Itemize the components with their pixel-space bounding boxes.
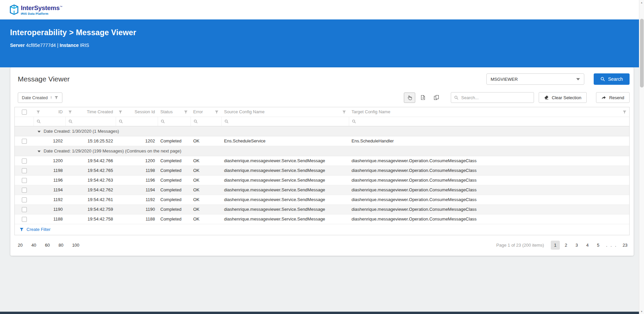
cell-source-config: diashenrique.messageviewer.Service.SendM… <box>221 185 349 195</box>
header-filter-icon-session-id[interactable] <box>118 110 122 114</box>
column-header-session-id[interactable]: Session Id <box>135 109 155 114</box>
page-button[interactable]: 3 <box>572 241 581 250</box>
header-filter-icon-time-created[interactable] <box>68 110 72 114</box>
page-button[interactable]: 1 <box>551 241 560 250</box>
message-viewer-card: Message Viewer MSGVIEWER Search Date Cre… <box>10 67 634 256</box>
row-checkbox[interactable] <box>22 217 27 222</box>
column-header-time-created[interactable]: Time Created <box>87 109 113 114</box>
cell-status: Completed <box>158 214 191 224</box>
search-icon <box>37 119 41 124</box>
column-chooser-icon <box>434 95 439 100</box>
cell-error: OK <box>191 156 221 166</box>
search-button[interactable]: Search <box>594 73 630 85</box>
cell-time-created: 15:16:25.522 <box>65 136 116 146</box>
page-button[interactable]: 23 <box>621 241 630 250</box>
row-checkbox[interactable] <box>22 188 27 193</box>
group-header[interactable]: Date Created: 1/29/2020 (199 Messages) (… <box>15 146 629 156</box>
column-header-error[interactable]: Error <box>193 109 203 114</box>
cell-id: 1188 <box>34 214 65 224</box>
page-size-option[interactable]: 20 <box>14 241 26 250</box>
page-size-option[interactable]: 40 <box>28 241 39 250</box>
selection-mode-button[interactable] <box>404 92 415 103</box>
hand-pointer-icon <box>407 95 413 101</box>
cell-id: 1194 <box>34 185 65 195</box>
vertical-scrollbar[interactable]: ▲ ▼ <box>639 0 644 314</box>
cell-source-config: Ens.ScheduleService <box>221 136 349 146</box>
collapse-caret-icon[interactable] <box>38 150 41 152</box>
cell-id: 1192 <box>34 195 65 204</box>
cell-error: OK <box>191 214 221 224</box>
filter-cell-time-created[interactable] <box>66 119 116 124</box>
table-row[interactable]: 119019:54:42.7591190CompletedOKdiashenri… <box>15 204 629 214</box>
column-header-status[interactable]: Status <box>160 109 173 114</box>
table-row[interactable]: 119619:54:42.7631196CompletedOKdiashenri… <box>15 175 629 185</box>
create-filter[interactable]: Create Filter <box>15 224 629 235</box>
row-checkbox[interactable] <box>22 168 27 173</box>
group-row: Date Created: 1/30/2020 (1 Messages) <box>15 126 629 136</box>
cell-source-config: diashenrique.messageviewer.Service.SendM… <box>221 204 349 214</box>
toolbar-search[interactable] <box>451 92 534 103</box>
cell-time-created: 19:54:42.766 <box>65 156 116 166</box>
filter-cell-status[interactable] <box>158 119 191 124</box>
table-row[interactable]: 119219:54:42.7611192CompletedOKdiashenri… <box>15 195 629 204</box>
namespace-select[interactable]: MSGVIEWER <box>486 73 584 85</box>
cell-status: Completed <box>158 136 191 146</box>
collapse-caret-icon[interactable] <box>38 131 41 133</box>
column-header-id[interactable]: ID <box>58 109 63 114</box>
row-checkbox[interactable] <box>22 139 27 144</box>
cell-error: OK <box>191 136 221 146</box>
breadcrumb: Interoperability > Message Viewer <box>10 28 644 37</box>
filter-cell-error[interactable] <box>191 119 221 124</box>
page-button[interactable]: 5 <box>594 241 603 250</box>
column-header-source-config[interactable]: Source Config Name <box>224 109 265 114</box>
row-checkbox[interactable] <box>22 159 27 164</box>
table-row[interactable]: 119419:54:42.7621194CompletedOKdiashenri… <box>15 185 629 195</box>
page-size-option[interactable]: 80 <box>55 241 66 250</box>
toolbar-search-input[interactable] <box>461 95 531 100</box>
table-row[interactable]: 119819:54:42.7651198CompletedOKdiashenri… <box>15 166 629 175</box>
namespace-selected-value: MSGVIEWER <box>491 77 518 82</box>
page-button[interactable]: 2 <box>561 241 571 250</box>
cell-target-config: diashenrique.messageviewer.Operation.Con… <box>349 204 629 214</box>
export-button[interactable] <box>417 92 429 103</box>
cell-session-id: 1188 <box>116 214 158 224</box>
header-filter-icon-target-config[interactable] <box>623 110 627 114</box>
row-checkbox[interactable] <box>22 178 27 183</box>
search-icon <box>119 119 123 124</box>
select-all-checkbox[interactable] <box>22 110 27 115</box>
header-filter-icon-status[interactable] <box>184 110 188 114</box>
page-size-option[interactable]: 100 <box>69 241 83 250</box>
cell-status: Completed <box>158 175 191 185</box>
filter-cell-target-config[interactable] <box>349 119 630 124</box>
filter-cell-id[interactable] <box>34 119 65 124</box>
filter-cell-session-id[interactable] <box>116 119 158 124</box>
header-filter-icon-error[interactable] <box>215 110 219 114</box>
scroll-up-arrow[interactable]: ▲ <box>639 0 644 5</box>
column-chooser-button[interactable] <box>431 92 442 103</box>
page-button[interactable]: 4 <box>583 241 592 250</box>
row-checkbox[interactable] <box>22 197 27 202</box>
scroll-down-arrow[interactable]: ▼ <box>639 309 644 314</box>
table-row[interactable]: 120019:54:42.7661200CompletedOKdiashenri… <box>15 156 629 166</box>
cell-target-config: Ens.ScheduleHandler <box>349 136 629 146</box>
group-row: Date Created: 1/29/2020 (199 Messages) (… <box>15 146 629 156</box>
page-size-option[interactable]: 60 <box>42 241 53 250</box>
column-header-target-config[interactable]: Target Config Name <box>352 109 390 114</box>
row-checkbox[interactable] <box>22 207 27 212</box>
clear-selection-button[interactable]: Clear Selection <box>539 92 587 103</box>
table-row[interactable]: 120215:16:25.5221202CompletedOKEns.Sched… <box>15 136 629 146</box>
scrollbar-thumb[interactable] <box>640 19 644 87</box>
brand-subtitle: IRIS Data Platform <box>21 12 62 15</box>
page-header: Interoperability > Message Viewer Server… <box>0 19 644 67</box>
group-header[interactable]: Date Created: 1/30/2020 (1 Messages) <box>15 126 629 136</box>
header-filter-icon-id[interactable] <box>36 110 40 114</box>
cell-id: 1198 <box>34 166 65 175</box>
grid-filter-row <box>15 117 629 126</box>
server-value: 4cf85e7777d4 <box>26 43 56 48</box>
filter-cell-source-config[interactable] <box>222 119 349 124</box>
sort-date-created-button[interactable]: Date Created ↑ <box>18 92 62 103</box>
instance-value: IRIS <box>80 43 89 48</box>
resend-button[interactable]: Resend <box>596 92 630 103</box>
header-filter-icon-source-config[interactable] <box>342 110 346 114</box>
table-row[interactable]: 118819:54:42.7581188CompletedOKdiashenri… <box>15 214 629 224</box>
